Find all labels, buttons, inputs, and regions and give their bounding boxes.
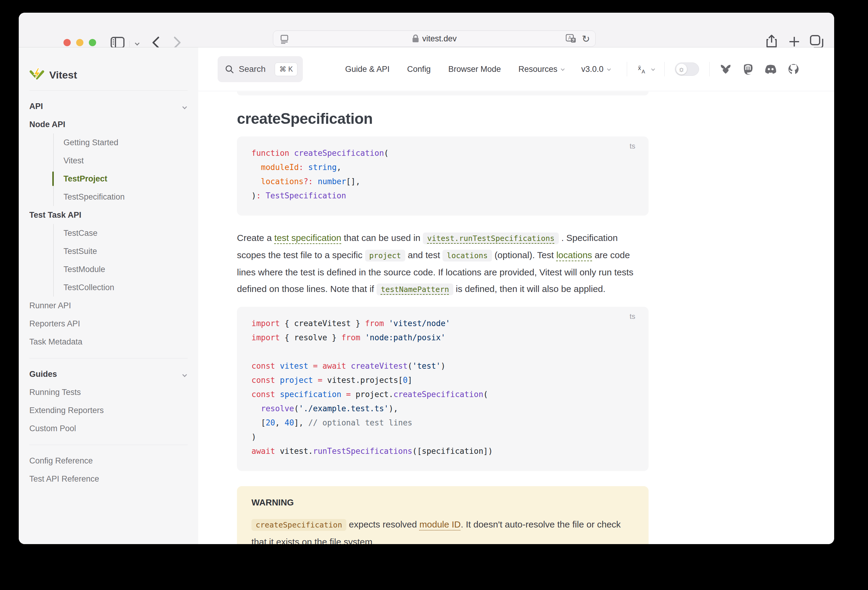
- address-bar[interactable]: vitest.dev A ↻: [273, 31, 596, 47]
- nav-item-resources[interactable]: Resources: [518, 65, 564, 74]
- bluesky-icon[interactable]: [720, 64, 731, 74]
- inline-code: locations: [443, 250, 492, 262]
- code-line: moduleId: string,: [251, 163, 634, 177]
- translate-icon[interactable]: A: [566, 34, 576, 44]
- tab-overview-icon[interactable]: [810, 35, 823, 48]
- code-line: const specification = project.createSpec…: [251, 390, 634, 404]
- code-line: await vitest.runTestSpecifications([spec…: [251, 447, 634, 461]
- back-icon[interactable]: [152, 36, 159, 49]
- nav-item-browser-mode[interactable]: Browser Mode: [448, 65, 501, 74]
- sidebar-item-test-api-reference[interactable]: Test API Reference: [29, 470, 188, 488]
- code-line: const vitest = await createVitest('test'…: [251, 362, 634, 376]
- previous-code-block-partial: [237, 91, 649, 96]
- sidebar-item-custom-pool[interactable]: Custom Pool: [29, 419, 188, 437]
- sidebar-item-extending-reporters[interactable]: Extending Reporters: [29, 401, 188, 419]
- sidebar-section-api[interactable]: API: [29, 97, 188, 115]
- text: is defined, then it will also be applied…: [453, 284, 606, 294]
- sidebar-toggle-icon[interactable]: [111, 37, 124, 48]
- svg-text:x̄: x̄: [638, 65, 641, 71]
- site-header: Search ⌘ K Guide & APIConfigBrowser Mode…: [198, 47, 834, 91]
- nav-item-guide-api[interactable]: Guide & API: [345, 65, 390, 74]
- sidebar-item-testcase[interactable]: TestCase: [63, 224, 188, 242]
- sidebar-group-node-api: Node API: [29, 115, 188, 134]
- code-line: ): TestSpecification: [251, 191, 634, 205]
- code-line: [251, 347, 634, 362]
- minimize-window-button[interactable]: [76, 39, 83, 46]
- sidebar-item-runner-api[interactable]: Runner API: [29, 297, 188, 315]
- sidebar-item-running-tests[interactable]: Running Tests: [29, 383, 188, 401]
- sidebar-group-test-task-api: Test Task API: [29, 206, 188, 224]
- sidebar-item-testspecification[interactable]: TestSpecification: [63, 188, 188, 206]
- share-icon[interactable]: [766, 35, 777, 48]
- sidebar-item-testproject[interactable]: TestProject: [63, 170, 188, 188]
- search-input[interactable]: Search ⌘ K: [218, 56, 303, 82]
- discord-icon[interactable]: [765, 64, 777, 74]
- mastodon-icon[interactable]: [743, 64, 753, 75]
- code-line: [20, 40], // optional test lines: [251, 418, 634, 433]
- search-icon: [225, 65, 234, 74]
- inline-code-link[interactable]: vitest.runTestSpecifications: [423, 232, 558, 244]
- inline-code: project: [365, 250, 405, 262]
- language-menu[interactable]: x̄ A: [638, 64, 654, 74]
- sidebar-item-vitest[interactable]: Vitest: [63, 152, 188, 170]
- vitest-logo-icon: [29, 67, 44, 82]
- code-lang-label: ts: [630, 312, 635, 321]
- text: expects resolved: [346, 519, 419, 529]
- code-line: locations?: number[],: [251, 177, 634, 191]
- sidebar-section-guides[interactable]: Guides: [29, 365, 188, 383]
- warning-body: createSpecification expects resolved mod…: [251, 516, 634, 544]
- forward-icon[interactable]: [173, 36, 182, 49]
- nav-links: Guide & APIConfigBrowser ModeResourcesv3…: [345, 65, 610, 74]
- search-shortcut-badge: ⌘ K: [275, 62, 297, 76]
- inline-link[interactable]: module ID: [419, 519, 461, 529]
- inline-link[interactable]: locations: [557, 250, 592, 260]
- inline-code-link[interactable]: testNamePattern: [376, 284, 453, 295]
- language-icon: x̄ A: [638, 64, 648, 74]
- sidebar-divider: [29, 445, 188, 445]
- chevron-down-icon: [561, 67, 565, 71]
- reader-icon[interactable]: [280, 35, 289, 44]
- sidebar-item-reporters-api[interactable]: Reporters API: [29, 315, 188, 333]
- text: (optional). Test: [492, 250, 557, 260]
- sidebar-item-testcollection[interactable]: TestCollection: [63, 278, 188, 297]
- doc-content: createSpecification ts function createSp…: [198, 91, 834, 544]
- text: Create a: [237, 233, 274, 243]
- search-placeholder: Search: [239, 64, 266, 74]
- code-line: import { createVitest } from 'vitest/nod…: [251, 319, 634, 333]
- close-window-button[interactable]: [63, 39, 71, 46]
- nav-item-config[interactable]: Config: [407, 65, 431, 74]
- description-paragraph: Create a test specification that can be …: [237, 230, 649, 298]
- browser-toolbar: vitest.dev A ↻: [19, 13, 834, 47]
- github-icon[interactable]: [788, 64, 799, 75]
- text: and test: [405, 250, 443, 260]
- browser-window: vitest.dev A ↻: [19, 13, 834, 544]
- code-line: resolve('./example.test.ts'),: [251, 404, 634, 418]
- sidebar-item-testmodule[interactable]: TestModule: [63, 260, 188, 278]
- text: that can be used in: [341, 233, 423, 243]
- tab-group-chevron-icon[interactable]: [135, 41, 139, 47]
- inline-link[interactable]: test specification: [274, 233, 341, 243]
- new-tab-icon[interactable]: [789, 36, 800, 47]
- lock-icon: [412, 34, 419, 43]
- signature-code-block: ts function createSpecification( moduleI…: [237, 137, 649, 216]
- inline-code: createSpecification: [251, 519, 346, 531]
- sun-icon: ☼: [678, 65, 685, 74]
- warning-title: WARNING: [251, 497, 634, 508]
- code-line: const project = vitest.projects[0]: [251, 376, 634, 390]
- reload-icon[interactable]: ↻: [582, 33, 590, 45]
- zoom-window-button[interactable]: [89, 39, 96, 46]
- sidebar-item-testsuite[interactable]: TestSuite: [63, 242, 188, 260]
- chevron-down-icon: [183, 102, 186, 111]
- chevron-down-icon: [607, 67, 611, 71]
- sidebar-item-config-reference[interactable]: Config Reference: [29, 452, 188, 470]
- window-controls: [63, 39, 96, 46]
- sidebar-item-getting-started[interactable]: Getting Started: [63, 134, 188, 152]
- svg-text:A: A: [642, 69, 645, 74]
- theme-toggle[interactable]: ☼: [675, 62, 699, 76]
- sidebar-item-task-metadata[interactable]: Task Metadata: [29, 333, 188, 351]
- code-line: import { resolve } from 'node:path/posix…: [251, 333, 634, 347]
- nav-item-v3-0-0[interactable]: v3.0.0: [581, 65, 610, 74]
- warning-callout: WARNING createSpecification expects reso…: [237, 486, 649, 544]
- chevron-down-icon: [183, 369, 186, 379]
- logo[interactable]: Vitest: [29, 47, 188, 83]
